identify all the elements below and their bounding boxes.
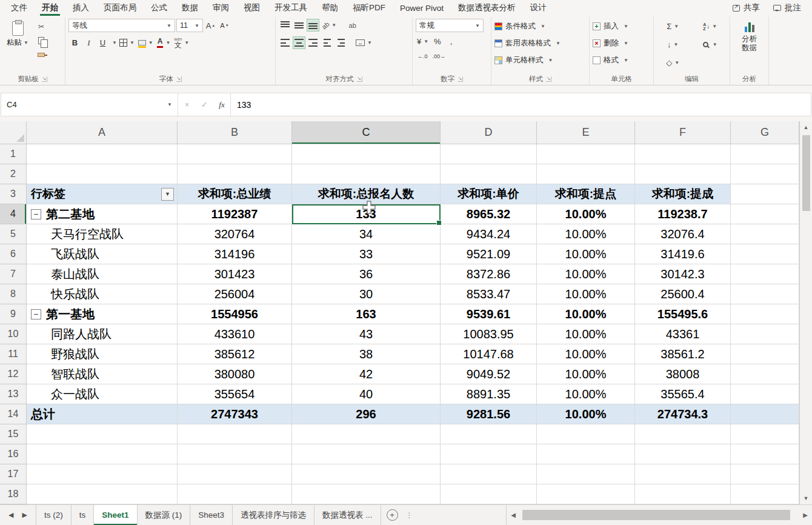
merge-center-button[interactable]: ↔▼	[354, 36, 373, 49]
cell-G17[interactable]	[731, 464, 799, 484]
clipboard-dialog-launcher-icon[interactable]: ↘	[42, 76, 47, 82]
cell-E2[interactable]	[537, 164, 635, 184]
row-header-4[interactable]: 4	[0, 204, 27, 224]
cell-B9[interactable]: 1554956	[178, 304, 292, 324]
cell-A12[interactable]: 智联战队	[27, 364, 178, 384]
cell-G5[interactable]	[731, 224, 799, 244]
cell-D4[interactable]: 8965.32	[441, 204, 537, 224]
row-header-6[interactable]: 6	[0, 244, 27, 264]
sheet-tab-4[interactable]: 数据源 (1)	[138, 505, 191, 525]
collapse-icon[interactable]: −	[31, 309, 41, 319]
find-select-button[interactable]: ▼	[694, 38, 727, 51]
format-painter-icon[interactable]	[35, 49, 47, 60]
cell-D11[interactable]: 10147.68	[441, 344, 537, 364]
row-header-2[interactable]: 2	[0, 164, 27, 184]
row-header-11[interactable]: 11	[0, 344, 27, 364]
number-dialog-launcher-icon[interactable]: ↘	[458, 76, 463, 82]
cell-F1[interactable]	[635, 144, 731, 164]
cell-A17[interactable]	[27, 464, 178, 484]
cell-D7[interactable]: 8372.86	[441, 264, 537, 284]
cell-C3[interactable]: 求和项:总报名人数	[292, 184, 441, 204]
cell-A15[interactable]	[27, 424, 178, 444]
cell-B13[interactable]: 355654	[178, 384, 292, 404]
vertical-scrollbar[interactable]: ▲ ▼	[799, 121, 812, 504]
accounting-format-button[interactable]: ¥▼	[416, 35, 430, 48]
cell-B4[interactable]: 1192387	[178, 204, 292, 224]
font-color-button[interactable]: A▼	[156, 36, 172, 49]
align-left-button[interactable]	[279, 36, 291, 49]
cell-D1[interactable]	[441, 144, 537, 164]
cell-E1[interactable]	[537, 144, 635, 164]
row-header-1[interactable]: 1	[0, 144, 27, 164]
cell-C8[interactable]: 30	[292, 284, 441, 304]
scroll-up-icon[interactable]: ▲	[800, 121, 812, 133]
phonetic-button[interactable]: wén文▼	[173, 36, 190, 49]
align-bottom-button[interactable]	[307, 19, 319, 32]
cell-D3[interactable]: 求和项:单价	[441, 184, 537, 204]
cell-D16[interactable]	[441, 444, 537, 464]
cell-C16[interactable]	[292, 444, 441, 464]
column-header-F[interactable]: F	[635, 121, 731, 144]
cell-G15[interactable]	[731, 424, 799, 444]
comments-button[interactable]: 批注	[767, 2, 807, 13]
cell-F18[interactable]	[635, 484, 731, 504]
wrap-text-button[interactable]: ab	[346, 19, 359, 32]
ribbon-tab-6[interactable]: 数据	[175, 0, 205, 16]
cell-F17[interactable]	[635, 464, 731, 484]
cell-styles-button[interactable]: 单元格样式▼	[494, 53, 586, 68]
cell-F12[interactable]: 38008	[635, 364, 731, 384]
cell-E5[interactable]: 10.00%	[537, 224, 635, 244]
increase-decimal-button[interactable]: ←.0	[416, 50, 430, 62]
cell-A9[interactable]: −第一基地	[27, 304, 178, 324]
horizontal-scroll-thumb[interactable]	[522, 510, 790, 520]
cell-A7[interactable]: 泰山战队	[27, 264, 178, 284]
alignment-dialog-launcher-icon[interactable]: ↘	[357, 76, 362, 82]
cell-E10[interactable]: 10.00%	[537, 324, 635, 344]
orientation-button[interactable]: ab▼	[321, 19, 338, 32]
cell-D18[interactable]	[441, 484, 537, 504]
cell-F9[interactable]: 155495.6	[635, 304, 731, 324]
cell-A16[interactable]	[27, 444, 178, 464]
cell-B5[interactable]: 320764	[178, 224, 292, 244]
ribbon-tab-13[interactable]: 数据透视表分析	[451, 0, 523, 16]
sheet-tab-1[interactable]: ts (2)	[36, 505, 72, 525]
cell-E9[interactable]: 10.00%	[537, 304, 635, 324]
cell-G4[interactable]	[731, 204, 799, 224]
insert-function-icon[interactable]: fx	[213, 93, 231, 116]
scroll-left-icon[interactable]: ◀	[507, 505, 520, 525]
decrease-indent-button[interactable]	[321, 36, 333, 49]
cell-B11[interactable]: 385612	[178, 344, 292, 364]
add-sheet-button[interactable]: +	[387, 509, 398, 521]
font-name-select[interactable]: 等线▼	[68, 19, 175, 32]
collapse-icon[interactable]: −	[31, 209, 41, 219]
sort-filter-button[interactable]: AZ↓▼	[694, 20, 727, 33]
cell-C18[interactable]	[292, 484, 441, 504]
cell-G6[interactable]	[731, 244, 799, 264]
cell-F3[interactable]: 求和项:提成	[635, 184, 731, 204]
cell-D13[interactable]: 8891.35	[441, 384, 537, 404]
cell-G1[interactable]	[731, 144, 799, 164]
cell-D6[interactable]: 9521.09	[441, 244, 537, 264]
cell-F11[interactable]: 38561.2	[635, 344, 731, 364]
sheet-nav-right-icon[interactable]: ▶	[22, 511, 27, 519]
cell-F6[interactable]: 31419.6	[635, 244, 731, 264]
ribbon-tab-5[interactable]: 公式	[144, 0, 175, 16]
sheet-tab-2[interactable]: ts	[72, 505, 95, 525]
cell-E7[interactable]: 10.00%	[537, 264, 635, 284]
cell-E16[interactable]	[537, 444, 635, 464]
cell-D12[interactable]: 9049.52	[441, 364, 537, 384]
borders-button[interactable]: ▼	[118, 36, 136, 49]
ribbon-tab-2[interactable]: 开始	[35, 0, 65, 16]
cell-B2[interactable]	[178, 164, 292, 184]
cell-G8[interactable]	[731, 284, 799, 304]
vertical-scroll-thumb[interactable]	[802, 135, 810, 211]
cell-C6[interactable]: 33	[292, 244, 441, 264]
cell-B12[interactable]: 380080	[178, 364, 292, 384]
cell-B10[interactable]: 433610	[178, 324, 292, 344]
cell-A11[interactable]: 野狼战队	[27, 344, 178, 364]
clear-button[interactable]: ◇▼	[657, 56, 689, 69]
cell-B7[interactable]: 301423	[178, 264, 292, 284]
cell-A14[interactable]: 总计	[27, 404, 178, 424]
row-header-17[interactable]: 17	[0, 464, 27, 484]
autosum-button[interactable]: Σ▼	[657, 20, 689, 33]
